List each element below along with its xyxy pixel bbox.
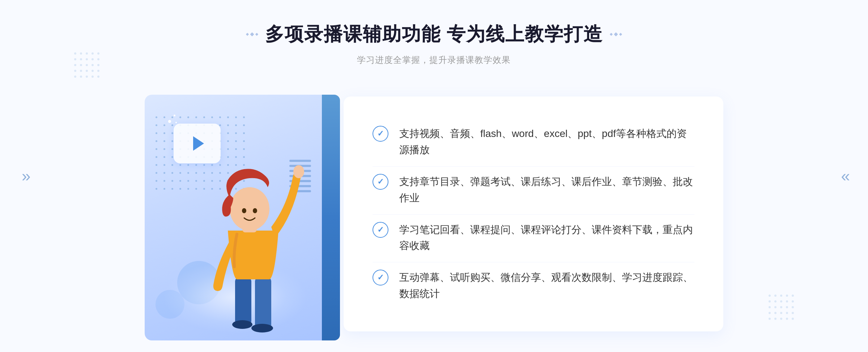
sparkle-3 <box>175 122 177 123</box>
character-illustration <box>181 151 318 340</box>
right-arrows-decoration: « <box>841 167 846 185</box>
svg-point-30 <box>80 76 82 78</box>
svg-point-54 <box>769 318 771 320</box>
sparkle-2 <box>174 115 175 116</box>
svg-point-36 <box>780 295 782 297</box>
svg-point-33 <box>97 76 99 78</box>
svg-rect-1 <box>255 278 271 328</box>
svg-point-38 <box>792 295 794 297</box>
svg-point-52 <box>786 312 788 314</box>
svg-point-20 <box>80 64 82 66</box>
svg-point-16 <box>86 58 88 60</box>
svg-point-34 <box>769 295 771 297</box>
dot-2 <box>250 32 254 36</box>
svg-point-39 <box>769 300 771 302</box>
illustration-background: // dots rendered below <box>145 95 333 340</box>
svg-point-49 <box>769 312 771 314</box>
dot-1 <box>246 33 249 36</box>
page-container: » « 多项录播课辅助功能 专为线上教学打造 学习进度全掌握，提升录播课教学效果 <box>0 0 868 352</box>
check-mark-4: ✓ <box>377 274 384 282</box>
header-section: 多项录播课辅助功能 专为线上教学打造 学习进度全掌握，提升录播课教学效果 <box>246 22 622 66</box>
play-triangle-icon <box>193 136 204 151</box>
feature-item-2: ✓ 支持章节目录、弹题考试、课后练习、课后作业、章节测验、批改作业 <box>373 166 694 214</box>
svg-point-19 <box>74 64 76 66</box>
svg-point-24 <box>74 70 76 72</box>
subtitle: 学习进度全掌握，提升录播课教学效果 <box>246 54 622 66</box>
svg-point-7 <box>242 208 246 213</box>
svg-point-55 <box>774 318 776 320</box>
feature-item-1: ✓ 支持视频、音频、flash、word、excel、ppt、pdf等各种格式的… <box>373 119 694 166</box>
check-mark-2: ✓ <box>377 178 384 186</box>
feature-text-2: 支持章节目录、弹题考试、课后练习、课后作业、章节测验、批改作业 <box>399 174 694 206</box>
svg-point-47 <box>786 306 788 308</box>
bg-dot-pattern-right <box>767 293 796 323</box>
svg-point-53 <box>792 312 794 314</box>
title-dots-right <box>610 33 622 36</box>
svg-point-32 <box>92 76 94 78</box>
left-arrows-decoration: » <box>22 167 27 185</box>
svg-point-31 <box>86 76 88 78</box>
check-icon-1: ✓ <box>373 126 388 142</box>
blue-sidebar-accent <box>322 95 340 340</box>
svg-point-44 <box>769 306 771 308</box>
svg-point-56 <box>780 318 782 320</box>
svg-point-37 <box>786 295 788 297</box>
title-dots-left <box>246 33 258 36</box>
feature-text-1: 支持视频、音频、flash、word、excel、ppt、pdf等各种格式的资源… <box>399 126 694 158</box>
svg-point-57 <box>786 318 788 320</box>
content-area: // dots rendered below <box>145 84 723 344</box>
svg-point-15 <box>80 58 82 60</box>
feature-item-3: ✓ 学习笔记回看、课程提问、课程评论打分、课件资料下载，重点内容收藏 <box>373 214 694 262</box>
svg-point-58 <box>792 318 794 320</box>
svg-point-11 <box>86 52 88 55</box>
svg-point-17 <box>92 58 94 60</box>
sparkle-1 <box>168 120 171 123</box>
svg-point-29 <box>74 76 76 78</box>
dot-6 <box>619 33 622 36</box>
svg-point-4 <box>293 165 304 178</box>
svg-point-3 <box>251 324 273 332</box>
check-mark-1: ✓ <box>377 130 384 138</box>
svg-point-6 <box>230 187 269 231</box>
dot-4 <box>610 33 613 36</box>
dot-3 <box>255 33 258 36</box>
svg-point-43 <box>792 300 794 302</box>
main-title: 多项录播课辅助功能 专为线上教学打造 <box>265 22 603 47</box>
svg-point-25 <box>80 70 82 72</box>
svg-point-41 <box>780 300 782 302</box>
svg-point-2 <box>232 320 252 329</box>
feature-text-3: 学习笔记回看、课程提问、课程评论打分、课件资料下载，重点内容收藏 <box>399 222 694 254</box>
svg-point-13 <box>97 52 99 55</box>
feature-item-4: ✓ 互动弹幕、试听购买、微信分享、观看次数限制、学习进度跟踪、数据统计 <box>373 262 694 309</box>
svg-point-14 <box>74 58 76 60</box>
bg-dot-pattern-left <box>72 51 101 81</box>
illustration-card: // dots rendered below <box>145 87 347 340</box>
svg-point-23 <box>97 64 99 66</box>
svg-point-9 <box>74 52 76 55</box>
check-icon-2: ✓ <box>373 174 388 190</box>
svg-point-18 <box>97 58 99 60</box>
svg-point-40 <box>774 300 776 302</box>
svg-point-8 <box>253 208 257 213</box>
svg-point-35 <box>774 295 776 297</box>
svg-point-42 <box>786 300 788 302</box>
dot-5 <box>614 32 618 36</box>
svg-point-10 <box>80 52 82 55</box>
svg-point-51 <box>780 312 782 314</box>
svg-point-21 <box>86 64 88 66</box>
check-mark-3: ✓ <box>377 226 384 234</box>
check-icon-4: ✓ <box>373 270 388 286</box>
svg-point-45 <box>774 306 776 308</box>
svg-rect-0 <box>235 278 251 325</box>
svg-point-28 <box>97 70 99 72</box>
title-row: 多项录播课辅助功能 专为线上教学打造 <box>246 22 622 47</box>
svg-point-46 <box>780 306 782 308</box>
right-panel: ✓ 支持视频、音频、flash、word、excel、ppt、pdf等各种格式的… <box>344 96 723 331</box>
feature-text-4: 互动弹幕、试听购买、微信分享、观看次数限制、学习进度跟踪、数据统计 <box>399 270 694 302</box>
check-icon-3: ✓ <box>373 222 388 238</box>
svg-point-12 <box>92 52 94 55</box>
svg-point-22 <box>92 64 94 66</box>
svg-point-26 <box>86 70 88 72</box>
svg-point-27 <box>92 70 94 72</box>
svg-point-48 <box>792 306 794 308</box>
